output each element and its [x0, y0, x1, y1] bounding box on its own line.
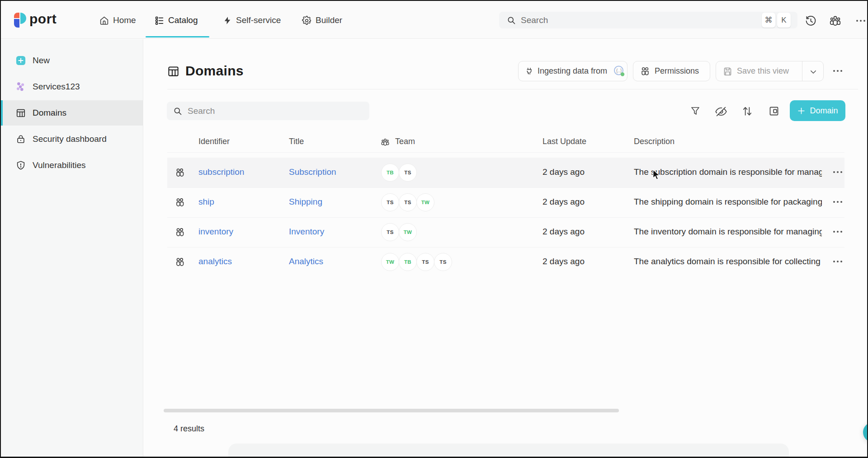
svg-text:{..}: {..} — [616, 68, 622, 73]
